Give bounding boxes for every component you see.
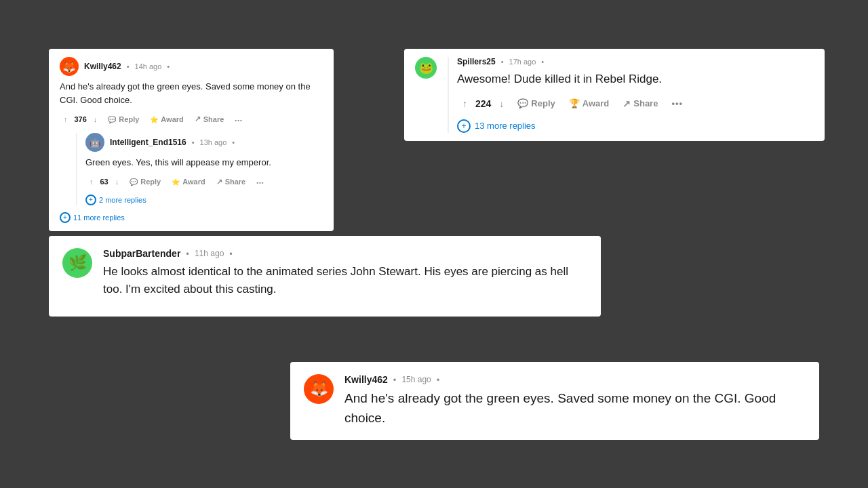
spillers-avatar-icon: 🐸 (419, 61, 433, 75)
comment-body-3: He looks almost identical to the animate… (103, 263, 587, 298)
nested-timestamp-1: 13h ago (200, 138, 227, 146)
nested-comment-header-1: 🤖 Intelligent_End1516 • 13h ago • (85, 133, 323, 152)
share-icon (195, 115, 201, 123)
downvote-button-1[interactable] (90, 113, 102, 126)
award-icon-2 (569, 98, 580, 108)
nested-award-icon (172, 178, 180, 186)
downvote-icon-2: ↓ (499, 98, 504, 109)
nested-comment-1: 🤖 Intelligent_End1516 • 13h ago • Green … (76, 133, 323, 205)
vote-count-2: 224 (475, 98, 491, 109)
avatar-intelligent: 🤖 (85, 133, 104, 152)
avatar-spillers: 🐸 (415, 57, 437, 79)
timestamp-2: 17h ago (509, 58, 536, 66)
card3-content: SubparBartender • 11h ago • He looks alm… (103, 248, 587, 304)
nested-more-1[interactable] (252, 175, 268, 188)
timestamp-3: 11h ago (195, 249, 224, 258)
avatar-kwilly: 🦊 (60, 57, 79, 76)
comment-card-2: 🐸 Spillers25 • 17h ago • Awesome! Dude k… (404, 49, 825, 141)
username-2: Spillers25 (457, 57, 496, 66)
comment-card-1: 🦊 Kwilly462 • 14h ago • And he's already… (49, 49, 334, 231)
username-3: SubparBartender (103, 248, 180, 259)
subpar-avatar-icon: 🌿 (68, 254, 87, 272)
card4-inner: 🦊 Kwilly462 • 15h ago • And he's already… (304, 374, 806, 428)
nested-upvote-1[interactable] (85, 175, 98, 188)
expand-replies-icon: + (85, 195, 96, 205)
timestamp-1: 14h ago (135, 62, 162, 70)
card2-avatar-area: 🐸 (415, 57, 437, 133)
avatar-kwilly-large: 🦊 (304, 374, 334, 404)
comment-card-3: 🌿 SubparBartender • 11h ago • He looks a… (49, 236, 601, 317)
nested-body-1: Green eyes. Yes, this will appease my em… (85, 156, 323, 169)
card4-content: Kwilly462 • 15h ago • And he's already g… (344, 374, 806, 428)
comment-card-4: 🦊 Kwilly462 • 15h ago • And he's already… (290, 362, 819, 440)
more-icon (235, 115, 242, 123)
comment-header-1: 🦊 Kwilly462 • 14h ago • (60, 57, 323, 76)
action-bar-2: ↑ 224 ↓ Reply Award Share (457, 95, 814, 113)
upvote-button-2[interactable]: ↑ (457, 95, 473, 113)
expand-replies-icon-2: + (457, 119, 471, 133)
comment-header-2: Spillers25 • 17h ago • (457, 57, 814, 66)
more-replies-top-1[interactable]: + 11 more replies (60, 212, 323, 223)
nested-upvote-icon (90, 178, 94, 186)
more-button-2[interactable]: ••• (666, 95, 688, 112)
card3-inner: 🌿 SubparBartender • 11h ago • He looks a… (62, 248, 587, 304)
upvote-icon (64, 115, 68, 123)
card2-content: Spillers25 • 17h ago • Awesome! Dude kil… (457, 57, 814, 133)
expand-top-replies-icon: + (60, 212, 71, 223)
nested-action-bar-1: 63 Reply Award Share (85, 175, 323, 189)
reply-button-1[interactable]: Reply (104, 113, 143, 126)
nested-more-icon (256, 178, 264, 186)
nested-reply-icon (130, 178, 138, 186)
comment-header-3: SubparBartender • 11h ago • (103, 248, 587, 259)
comment-body-1: And he's already got the green eyes. Sav… (60, 80, 323, 106)
comment-header-4: Kwilly462 • 15h ago • (344, 374, 806, 385)
share-button-2[interactable]: Share (617, 95, 663, 113)
nested-vote-1: 63 (100, 178, 108, 186)
more-button-1[interactable] (231, 113, 246, 126)
username-1: Kwilly462 (84, 62, 121, 71)
nested-username-1: Intelligent_End1516 (110, 138, 186, 147)
nested-downvote-icon (115, 178, 119, 186)
action-bar-1: 376 Reply Award Share (60, 112, 323, 126)
reply-icon-2 (517, 98, 528, 108)
vote-count-1: 376 (75, 115, 87, 123)
upvote-icon-2: ↑ (462, 98, 467, 109)
reply-icon (108, 115, 116, 123)
nested-award-button-1[interactable]: Award (167, 175, 209, 188)
downvote-button-2[interactable]: ↓ (494, 95, 509, 113)
kwilly-large-avatar-icon: 🦊 (310, 380, 328, 398)
more-replies-1[interactable]: + 2 more replies (85, 195, 323, 205)
downvote-icon (94, 115, 98, 123)
share-button-1[interactable]: Share (191, 112, 229, 126)
award-icon (150, 115, 158, 123)
award-button-2[interactable]: Award (564, 95, 615, 112)
nested-downvote-1[interactable] (111, 175, 123, 188)
share-icon-2 (623, 98, 631, 109)
upvote-button-1[interactable] (60, 113, 72, 126)
comment-body-4: And he's already got the green eyes. Sav… (344, 389, 806, 428)
more-icon-2: ••• (671, 98, 683, 108)
more-replies-2[interactable]: + 13 more replies (457, 119, 814, 133)
timestamp-4: 15h ago (401, 375, 431, 384)
reply-button-2[interactable]: Reply (512, 95, 560, 112)
username-4: Kwilly462 (344, 374, 388, 385)
avatar-icon: 🦊 (62, 60, 76, 73)
award-button-1[interactable]: Award (146, 113, 187, 126)
card2-border (448, 57, 449, 133)
nested-share-button-1[interactable]: Share (212, 175, 250, 189)
comment-body-2: Awesome! Dude killed it in Rebel Ridge. (457, 70, 814, 88)
nested-share-icon (216, 178, 222, 186)
nested-reply-button-1[interactable]: Reply (125, 175, 165, 188)
avatar-subpar: 🌿 (62, 248, 92, 278)
